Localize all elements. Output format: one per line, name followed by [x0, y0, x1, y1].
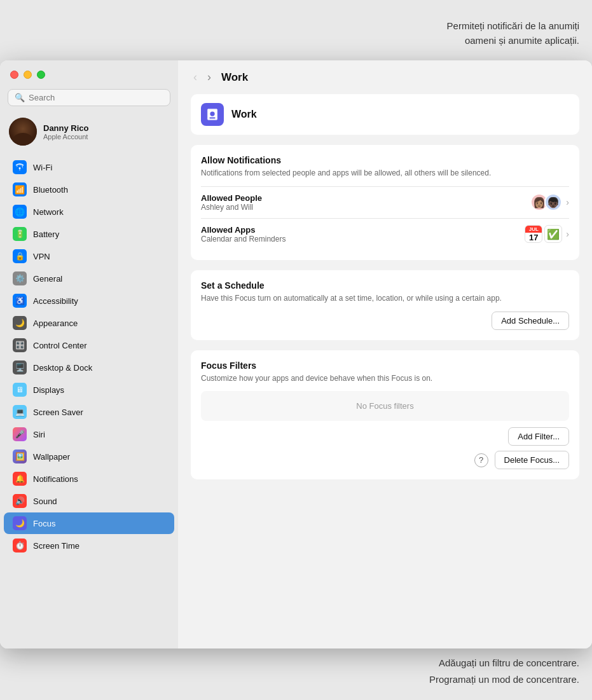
main-window: 🔍 Danny Rico Apple Account Wi	[0, 60, 592, 649]
allowed-people-row[interactable]: Allowed People Ashley and Will 👩🏽 👦🏿 ›	[201, 186, 569, 218]
focus-icon: 🌙	[13, 516, 27, 530]
avatar	[9, 118, 37, 146]
focus-header-card: Work	[191, 94, 579, 135]
controlcenter-icon: 🎛️	[13, 338, 27, 352]
page-title: Work	[221, 71, 248, 84]
focus-filters-section: Focus Filters Customize how your apps an…	[191, 350, 579, 480]
bluetooth-icon: 📶	[13, 182, 27, 196]
nav-bar: ‹ › Work	[178, 60, 592, 94]
back-button[interactable]: ‹	[191, 69, 200, 85]
schedule-section: Set a Schedule Have this Focus turn on a…	[191, 270, 579, 340]
sidebar-nav: Wi-Fi 📶 Bluetooth 🌐 Network 🔋	[0, 156, 178, 557]
sidebar-item-appearance-label: Appearance	[33, 319, 78, 328]
user-profile[interactable]: Danny Rico Apple Account	[0, 113, 178, 153]
sidebar-item-battery[interactable]: 🔋 Battery	[4, 223, 174, 245]
screensaver-icon: 💻	[13, 405, 27, 419]
search-input[interactable]	[29, 93, 163, 102]
calendar-app-icon: JUL 17	[525, 225, 542, 243]
annotation-bottom-2: Programați un mod de concentrare.	[0, 671, 579, 688]
sidebar-item-general[interactable]: ⚙️ General	[4, 268, 174, 289]
sound-icon: 🔊	[13, 494, 27, 508]
allowed-people-title: Allowed People	[201, 193, 262, 203]
people-avatars: 👩🏽 👦🏿	[530, 193, 562, 211]
sidebar-item-sound[interactable]: 🔊 Sound	[4, 490, 174, 512]
sidebar-item-sound-label: Sound	[33, 497, 57, 506]
sidebar-item-bluetooth[interactable]: 📶 Bluetooth	[4, 179, 174, 200]
annotation-top: Permiteți notificări de la anumiți oamen…	[0, 13, 592, 54]
annotation-bottom-1: Adăugați un filtru de concentrare.	[0, 655, 579, 671]
sidebar-item-network[interactable]: 🌐 Network	[4, 201, 174, 223]
sidebar-item-displays-label: Displays	[33, 385, 64, 395]
sidebar-item-accessibility-label: Accessibility	[33, 296, 78, 306]
user-sub: Apple Account	[43, 133, 89, 141]
screentime-icon: ⏱️	[13, 539, 27, 552]
focus-filters-desc: Customize how your apps and device behav…	[201, 373, 569, 384]
sidebar-item-bluetooth-label: Bluetooth	[33, 185, 68, 195]
no-filters-label: No Focus filters	[356, 401, 413, 411]
sidebar-item-screentime-label: Screen Time	[33, 541, 79, 551]
minimize-button[interactable]	[24, 71, 32, 79]
person-avatar-2: 👦🏿	[544, 193, 562, 211]
sidebar-item-wifi[interactable]: Wi-Fi	[4, 156, 174, 178]
general-icon: ⚙️	[13, 271, 27, 285]
search-box[interactable]: 🔍	[8, 89, 170, 106]
main-content: ‹ › Work Work Allow Notification	[178, 60, 592, 649]
allowed-apps-right: JUL 17 ✅ ›	[525, 225, 569, 243]
focus-header-label: Work	[231, 109, 257, 120]
sidebar-item-screensaver[interactable]: 💻 Screen Saver	[4, 401, 174, 423]
sidebar-item-wallpaper[interactable]: 🖼️ Wallpaper	[4, 446, 174, 467]
add-filter-btn-row: Add Filter...	[201, 427, 569, 446]
sidebar-item-wifi-label: Wi-Fi	[33, 163, 52, 172]
desktop-icon: 🖥️	[13, 360, 27, 374]
network-icon: 🌐	[13, 205, 27, 219]
forward-button[interactable]: ›	[205, 69, 214, 85]
schedule-btn-row: Add Schedule...	[201, 312, 569, 330]
sidebar-item-network-label: Network	[33, 207, 64, 217]
wallpaper-icon: 🖼️	[13, 450, 27, 463]
sidebar-item-vpn[interactable]: 🔒 VPN	[4, 245, 174, 267]
displays-icon: 🖥	[13, 383, 27, 397]
close-button[interactable]	[10, 71, 18, 79]
notifications-icon: 🔔	[13, 472, 27, 486]
sidebar-item-controlcenter[interactable]: 🎛️ Control Center	[4, 334, 174, 356]
sidebar-item-appearance[interactable]: 🌙 Appearance	[4, 312, 174, 334]
sidebar-item-displays[interactable]: 🖥 Displays	[4, 379, 174, 401]
sidebar-item-battery-label: Battery	[33, 230, 59, 239]
sidebar-item-vpn-label: VPN	[33, 252, 50, 261]
schedule-title: Set a Schedule	[201, 280, 569, 291]
add-schedule-button[interactable]: Add Schedule...	[492, 312, 569, 330]
sidebar-item-wallpaper-label: Wallpaper	[33, 452, 70, 462]
allowed-people-sub: Ashley and Will	[201, 203, 262, 212]
allowed-apps-row[interactable]: Allowed Apps Calendar and Reminders JUL …	[201, 218, 569, 250]
sidebar-item-screensaver-label: Screen Saver	[33, 408, 83, 417]
accessibility-icon: ♿	[13, 294, 27, 308]
content-area: Work Allow Notifications Notifications f…	[178, 94, 592, 492]
bottom-row: ? Delete Focus...	[201, 451, 569, 469]
help-button[interactable]: ?	[474, 453, 488, 467]
sidebar-item-general-label: General	[33, 274, 62, 284]
focus-icon-large	[201, 103, 224, 126]
sidebar-item-notifications[interactable]: 🔔 Notifications	[4, 468, 174, 490]
cal-month: JUL	[525, 226, 542, 233]
sidebar-item-screentime[interactable]: ⏱️ Screen Time	[4, 535, 174, 556]
appearance-icon: 🌙	[13, 316, 27, 330]
maximize-button[interactable]	[37, 71, 45, 79]
sidebar-item-siri[interactable]: 🎤 Siri	[4, 423, 174, 445]
traffic-lights	[0, 60, 178, 85]
add-filter-button[interactable]: Add Filter...	[508, 427, 569, 446]
allowed-apps-left: Allowed Apps Calendar and Reminders	[201, 225, 286, 244]
vpn-icon: 🔒	[13, 249, 27, 263]
sidebar-item-accessibility[interactable]: ♿ Accessibility	[4, 290, 174, 312]
sidebar-item-desktop[interactable]: 🖥️ Desktop & Dock	[4, 357, 174, 378]
focus-filters-title: Focus Filters	[201, 360, 569, 371]
delete-focus-button[interactable]: Delete Focus...	[495, 451, 569, 469]
allow-notifications-desc: Notifications from selected people and a…	[201, 168, 569, 179]
wifi-icon	[13, 160, 27, 174]
reminders-app-icon: ✅	[544, 225, 562, 243]
user-info: Danny Rico Apple Account	[43, 123, 89, 141]
sidebar-item-focus[interactable]: 🌙 Focus	[4, 512, 174, 534]
sidebar-item-desktop-label: Desktop & Dock	[33, 363, 92, 373]
allowed-apps-sub: Calendar and Reminders	[201, 235, 286, 244]
allowed-apps-title: Allowed Apps	[201, 225, 286, 235]
no-filters-message: No Focus filters	[201, 391, 569, 421]
